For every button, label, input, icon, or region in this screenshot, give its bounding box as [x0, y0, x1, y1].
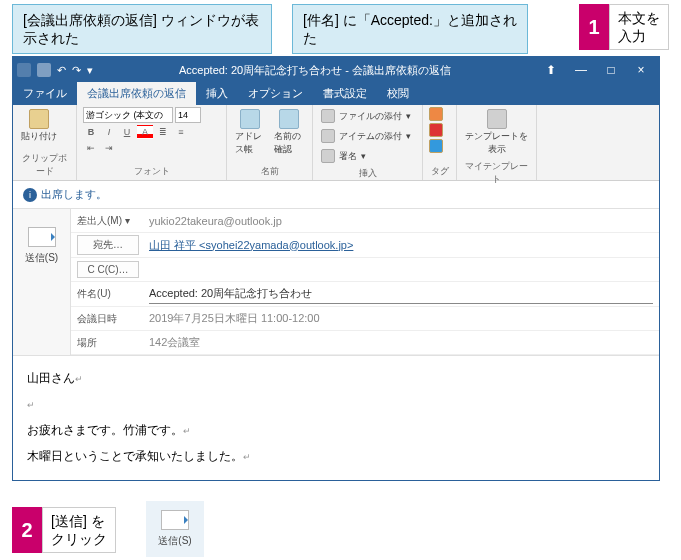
attach-item-icon — [321, 129, 335, 143]
where-label: 場所 — [77, 336, 149, 350]
titlebar: ↶ ↷ ▾ Accepted: 20周年記念打ち合わせ - 会議出席依頼の返信 … — [13, 57, 659, 83]
body-line-1: 山田さん — [27, 371, 75, 385]
cc-field[interactable] — [149, 268, 653, 272]
check-names-icon — [279, 109, 299, 129]
font-color-button[interactable]: A — [137, 125, 153, 139]
ribbon: 貼り付け クリップボード B I U A ≣ ≡ ⇤ ⇥ — [13, 105, 659, 181]
message-body[interactable]: 山田さん↵ ↵ お疲れさまです。竹浦です。↵ 木曜日ということで承知いたしました… — [13, 355, 659, 480]
follow-up-icon[interactable] — [429, 107, 443, 121]
from-label: 差出人(M) ▾ — [77, 214, 149, 228]
return-mark-icon: ↵ — [27, 400, 35, 410]
step-2-text: [送信] を クリック — [42, 507, 116, 553]
return-mark-icon: ↵ — [75, 374, 83, 384]
step-1-number: 1 — [579, 4, 609, 50]
save-icon[interactable] — [37, 63, 51, 77]
send-button[interactable]: 送信(S) — [25, 251, 58, 265]
callout-window-shown: [会議出席依頼の返信] ウィンドウが表示された — [12, 4, 272, 54]
step-2: 2 [送信] を クリック — [12, 507, 116, 553]
underline-button[interactable]: U — [119, 125, 135, 139]
where-value: 142会議室 — [149, 333, 653, 352]
signature-icon — [321, 149, 335, 163]
view-templates-button[interactable]: テンプレートを表示 — [463, 107, 530, 158]
close-button[interactable]: × — [627, 60, 655, 80]
outlook-reply-window: ↶ ↷ ▾ Accepted: 20周年記念打ち合わせ - 会議出席依頼の返信 … — [12, 56, 660, 481]
qat-undo-icon[interactable]: ↶ — [57, 64, 66, 77]
app-icon — [17, 63, 31, 77]
send-label-zoom: 送信(S) — [158, 534, 191, 548]
from-value[interactable]: yukio22takeura@outlook.jp — [149, 213, 653, 229]
bullets-button[interactable]: ≣ — [155, 125, 171, 139]
signature-button[interactable]: 署名▾ — [319, 147, 368, 165]
attach-file-button[interactable]: ファイルの添付▾ — [319, 107, 413, 125]
info-icon: i — [23, 188, 37, 202]
minimize-button[interactable]: — — [567, 60, 595, 80]
importance-low-icon[interactable] — [429, 139, 443, 153]
subject-field[interactable]: Accepted: 20周年記念打ち合わせ — [149, 284, 653, 304]
tab-format[interactable]: 書式設定 — [313, 82, 377, 105]
tab-insert[interactable]: 挿入 — [196, 82, 238, 105]
tab-option[interactable]: オプション — [238, 82, 313, 105]
group-tags-label: タグ — [429, 163, 450, 178]
numbering-button[interactable]: ≡ — [173, 125, 189, 139]
to-field[interactable]: 山田 祥平 <syohei22yamada@outlook.jp> — [149, 236, 653, 255]
return-mark-icon: ↵ — [183, 426, 191, 436]
window-title: Accepted: 20周年記念打ち合わせ - 会議出席依頼の返信 — [93, 63, 537, 78]
step-1-text: 本文を 入力 — [609, 4, 669, 50]
check-names-button[interactable]: 名前の確認 — [272, 107, 307, 158]
attach-file-icon — [321, 109, 335, 123]
group-font-label: フォント — [83, 163, 220, 178]
group-names-label: 名前 — [233, 163, 306, 178]
send-icon — [28, 227, 56, 247]
step-2-number: 2 — [12, 507, 42, 553]
group-clipboard-label: クリップボード — [19, 150, 70, 178]
tab-file[interactable]: ファイル — [13, 82, 77, 105]
info-text: 出席します。 — [41, 187, 107, 202]
callout-subject-accepted: [件名] に「Accepted:」と追加された — [292, 4, 528, 54]
step-1: 1 本文を 入力 — [579, 4, 669, 50]
address-book-button[interactable]: アドレス帳 — [233, 107, 268, 158]
subject-label: 件名(U) — [77, 287, 149, 301]
info-bar: i 出席します。 — [13, 181, 659, 209]
body-line-3: お疲れさまです。竹浦です。 — [27, 423, 183, 437]
bold-button[interactable]: B — [83, 125, 99, 139]
cc-button[interactable]: C C(C)… — [77, 261, 139, 278]
italic-button[interactable]: I — [101, 125, 117, 139]
indent-inc-button[interactable]: ⇥ — [101, 141, 117, 155]
ribbon-up-button[interactable]: ⬆ — [537, 60, 565, 80]
when-label: 会議日時 — [77, 312, 149, 326]
body-line-4: 木曜日ということで承知いたしました。 — [27, 449, 243, 463]
tab-meeting-reply[interactable]: 会議出席依頼の返信 — [77, 82, 196, 105]
when-value: 2019年7月25日木曜日 11:00-12:00 — [149, 309, 653, 328]
importance-high-icon[interactable] — [429, 123, 443, 137]
paste-icon — [29, 109, 49, 129]
maximize-button[interactable]: □ — [597, 60, 625, 80]
ribbon-tabs: ファイル 会議出席依頼の返信 挿入 オプション 書式設定 校閲 — [13, 83, 659, 105]
send-column: 送信(S) — [13, 209, 71, 355]
send-button-zoom: 送信(S) — [146, 501, 204, 557]
address-book-icon — [240, 109, 260, 129]
paste-button[interactable]: 貼り付け — [19, 107, 59, 145]
indent-dec-button[interactable]: ⇤ — [83, 141, 99, 155]
template-icon — [487, 109, 507, 129]
send-icon — [161, 510, 189, 530]
attach-item-button[interactable]: アイテムの添付▾ — [319, 127, 413, 145]
font-name-select[interactable] — [83, 107, 173, 123]
group-include-label: 挿入 — [319, 165, 416, 180]
return-mark-icon: ↵ — [243, 452, 251, 462]
to-button[interactable]: 宛先… — [77, 235, 139, 255]
tab-review[interactable]: 校閲 — [377, 82, 419, 105]
group-template-label: マイテンプレート — [463, 158, 530, 186]
font-size-select[interactable] — [175, 107, 201, 123]
qat-redo-icon[interactable]: ↷ — [72, 64, 81, 77]
